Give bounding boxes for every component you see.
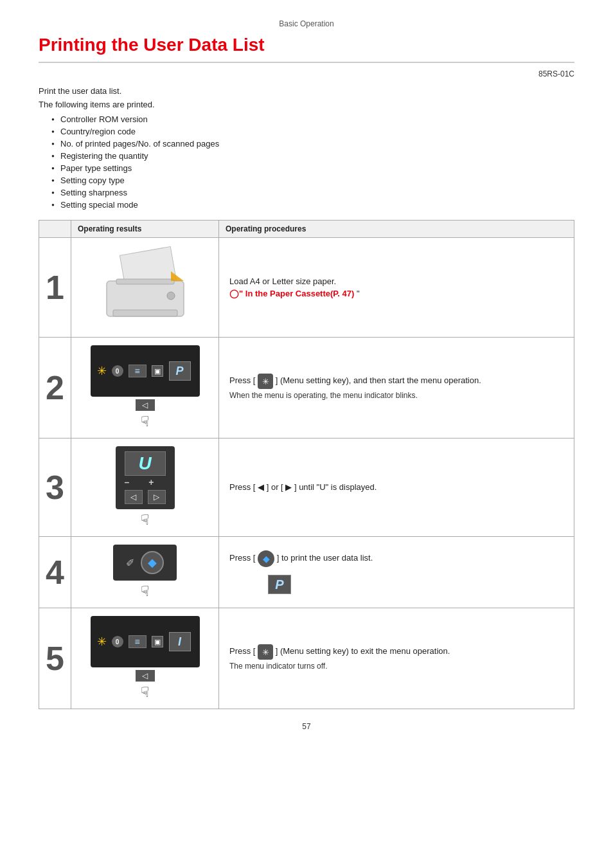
table-row: 1 Load A4 o xyxy=(39,238,574,338)
table-row: 3 U –+ ◁ ▷ ☟ Press [ ◀ ] or [ ▶ ] until … xyxy=(39,439,574,537)
svg-rect-3 xyxy=(113,310,177,316)
table-row: 5 ✳ 0 ≡ ▣ I ◁ ☟ Press [ ✳ ] (Menu se xyxy=(39,608,574,709)
bullet-item: Country/region code xyxy=(51,127,574,136)
step2-desc: Press [ ✳ ] (Menu setting key), and then… xyxy=(229,374,564,402)
step4-desc: Press [ ◆ ] to print the user data list.… xyxy=(229,550,564,594)
bullet-item: Controller ROM version xyxy=(51,114,574,124)
bullet-item: Setting copy type xyxy=(51,176,574,185)
page-number: 57 xyxy=(302,722,310,731)
step-description: Press [ ◆ ] to print the user data list.… xyxy=(219,537,574,608)
bullet-item: Paper type settings xyxy=(51,163,574,173)
step3-image: U –+ ◁ ▷ ☟ xyxy=(76,446,213,529)
col-results: Operating results xyxy=(71,221,219,238)
step-image xyxy=(71,238,219,338)
step-image: ✳ 0 ≡ ▣ I ◁ ☟ xyxy=(71,608,219,709)
col-empty xyxy=(39,221,71,238)
step4-image: ✐ ◆ ☟ xyxy=(76,545,213,600)
bullet-item: Setting sharpness xyxy=(51,188,574,197)
svg-rect-2 xyxy=(116,279,174,284)
table-row: 4 ✐ ◆ ☟ Press [ ◆ ] to print the user da… xyxy=(39,537,574,608)
intro-line1: Print the user data list. xyxy=(39,86,574,96)
table-row: 2 ✳ 0 ≡ ▣ P ◁ ☟ Press [ ✳ ] (Menu se xyxy=(39,338,574,439)
col-procedures: Operating procedures xyxy=(219,221,574,238)
bullet-item: No. of printed pages/No. of scanned page… xyxy=(51,139,574,149)
step-image: ✳ 0 ≡ ▣ P ◁ ☟ xyxy=(71,338,219,439)
step-image: ✐ ◆ ☟ xyxy=(71,537,219,608)
bullet-list: Controller ROM versionCountry/region cod… xyxy=(51,114,574,210)
step5-image: ✳ 0 ≡ ▣ I ◁ ☟ xyxy=(76,616,213,701)
step-number: 1 xyxy=(39,238,71,338)
page-footer: 57 xyxy=(39,722,574,731)
step5-desc: Press [ ✳ ] (Menu setting key) to exit t… xyxy=(229,644,564,673)
page-title: Printing the User Data List xyxy=(39,35,574,63)
step-description: Press [ ✳ ] (Menu setting key), and then… xyxy=(219,338,574,439)
doc-ref: 85RS-01C xyxy=(39,69,574,78)
step-number: 5 xyxy=(39,608,71,709)
step1-desc: Load A4 or Letter size paper. ◯" In the … xyxy=(229,275,564,300)
step-description: Press [ ✳ ] (Menu setting key) to exit t… xyxy=(219,608,574,709)
step1-image xyxy=(87,246,203,329)
page-header: Basic Operation xyxy=(39,19,574,28)
step-image: U –+ ◁ ▷ ☟ xyxy=(71,439,219,537)
bullet-item: Setting special mode xyxy=(51,200,574,210)
step3-desc: Press [ ◀ ] or [ ▶ ] until "U" is displa… xyxy=(229,481,564,494)
section-label: Basic Operation xyxy=(279,19,333,28)
step-number: 4 xyxy=(39,537,71,608)
step-description: Load A4 or Letter size paper. ◯" In the … xyxy=(219,238,574,338)
step-description: Press [ ◀ ] or [ ▶ ] until "U" is displa… xyxy=(219,439,574,537)
bullet-item: Registering the quantity xyxy=(51,151,574,161)
intro-line2: The following items are printed. xyxy=(39,100,574,109)
step-number: 3 xyxy=(39,439,71,537)
svg-point-4 xyxy=(167,292,175,300)
step-number: 2 xyxy=(39,338,71,439)
steps-table: Operating results Operating procedures 1 xyxy=(39,220,574,709)
svg-marker-5 xyxy=(171,271,184,281)
step2-image: ✳ 0 ≡ ▣ P ◁ ☟ xyxy=(76,345,213,430)
